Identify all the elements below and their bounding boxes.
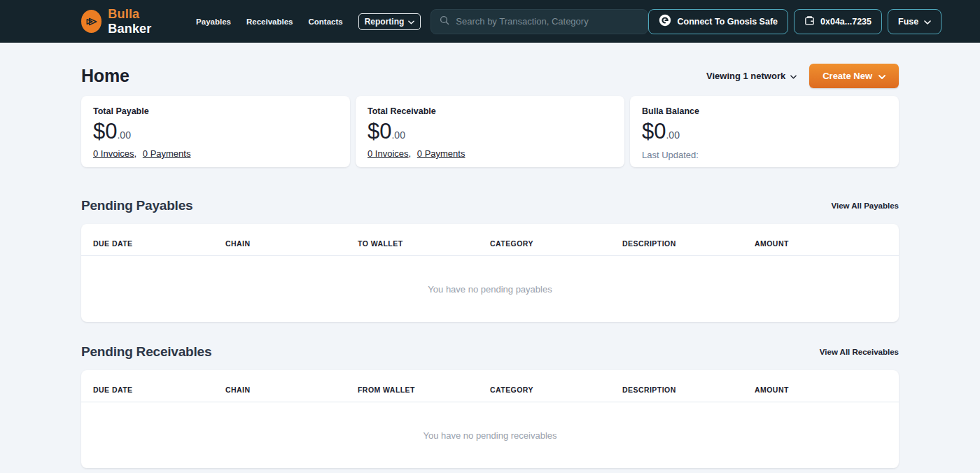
gnosis-safe-icon xyxy=(659,14,671,29)
stats-row: Total Payable $0.00 0 Invoices, 0 Paymen… xyxy=(81,96,899,167)
view-all-payables-link[interactable]: View All Payables xyxy=(831,202,899,210)
card-amount: $0.00 xyxy=(642,120,887,142)
column-header-due-date: DUE DATE xyxy=(93,239,225,248)
card-title: Bulla Balance xyxy=(642,106,887,116)
pending-payables-title: Pending Payables xyxy=(81,198,192,213)
wallet-address-label: 0x04a...7235 xyxy=(820,17,872,27)
receivable-payments-link[interactable]: 0 Payments xyxy=(417,148,465,159)
separator: , xyxy=(409,148,412,159)
network-filter-dropdown[interactable]: Viewing 1 network xyxy=(706,71,797,81)
payable-invoices-link[interactable]: 0 Invoices xyxy=(93,148,134,159)
payable-payments-link[interactable]: 0 Payments xyxy=(143,148,191,159)
wallet-icon xyxy=(804,15,815,28)
view-all-receivables-link[interactable]: View All Receivables xyxy=(820,348,899,356)
network-selector-button[interactable]: Fuse xyxy=(888,9,941,34)
receivables-table-header: DUE DATE CHAIN FROM WALLET CATEGORY DESC… xyxy=(81,370,899,402)
reporting-label: Reporting xyxy=(365,17,405,27)
chevron-down-icon xyxy=(790,71,797,81)
page-title: Home xyxy=(81,66,130,86)
connect-gnosis-label: Connect To Gnosis Safe xyxy=(677,17,778,27)
card-amount: $0.00 xyxy=(368,120,612,142)
chevron-down-icon xyxy=(878,71,886,81)
column-header-to-wallet: TO WALLET xyxy=(358,239,490,248)
pending-payables-section: Pending Payables View All Payables DUE D… xyxy=(81,198,899,322)
connect-gnosis-safe-button[interactable]: Connect To Gnosis Safe xyxy=(648,9,788,34)
receivable-invoices-link[interactable]: 0 Invoices xyxy=(368,148,409,159)
create-new-label: Create New xyxy=(822,71,872,81)
app-logo[interactable]: Bulla Banker xyxy=(81,7,178,36)
nav-item-receivables[interactable]: Receivables xyxy=(246,17,293,26)
separator: , xyxy=(134,148,137,159)
card-title: Total Receivable xyxy=(368,106,612,116)
nav-item-payables[interactable]: Payables xyxy=(196,17,231,26)
column-header-chain: CHAIN xyxy=(225,386,358,394)
nav-reporting-dropdown[interactable]: Reporting xyxy=(358,13,421,30)
payables-table-header: DUE DATE CHAIN TO WALLET CATEGORY DESCRI… xyxy=(81,224,899,256)
column-header-description: DESCRIPTION xyxy=(622,386,755,394)
column-header-from-wallet: FROM WALLET xyxy=(358,386,490,394)
main-content: Home Viewing 1 network Create New Total … xyxy=(81,43,899,468)
bulla-logo-icon xyxy=(81,10,102,33)
main-nav: Payables Receivables Contacts Reporting xyxy=(196,13,421,30)
card-title: Total Payable xyxy=(93,106,338,116)
total-payable-card: Total Payable $0.00 0 Invoices, 0 Paymen… xyxy=(81,96,350,167)
payables-table: DUE DATE CHAIN TO WALLET CATEGORY DESCRI… xyxy=(81,224,899,322)
wallet-address-button[interactable]: 0x04a...7235 xyxy=(794,9,882,34)
column-header-due-date: DUE DATE xyxy=(93,386,225,394)
search-box xyxy=(430,9,648,34)
search-input[interactable] xyxy=(456,16,639,27)
payables-empty-state: You have no pending payables xyxy=(81,256,899,322)
column-header-amount: AMOUNT xyxy=(755,386,887,394)
bulla-balance-card: Bulla Balance $0.00 Last Updated: xyxy=(630,96,899,167)
column-header-amount: AMOUNT xyxy=(755,239,887,248)
network-label: Fuse xyxy=(898,17,918,27)
chevron-down-icon xyxy=(408,17,414,27)
create-new-button[interactable]: Create New xyxy=(809,64,899,88)
search-icon xyxy=(440,15,449,28)
column-header-description: DESCRIPTION xyxy=(622,239,755,248)
chevron-down-icon xyxy=(924,17,931,27)
receivables-table: DUE DATE CHAIN FROM WALLET CATEGORY DESC… xyxy=(81,370,899,468)
card-amount: $0.00 xyxy=(93,120,338,142)
column-header-category: CATEGORY xyxy=(490,386,622,394)
total-receivable-card: Total Receivable $0.00 0 Invoices, 0 Pay… xyxy=(356,96,624,167)
last-updated-label: Last Updated: xyxy=(642,150,887,160)
nav-item-contacts[interactable]: Contacts xyxy=(308,17,342,26)
app-title: Bulla Banker xyxy=(108,7,178,36)
pending-receivables-section: Pending Receivables View All Receivables… xyxy=(81,344,899,468)
pending-receivables-title: Pending Receivables xyxy=(81,344,211,360)
top-navbar: Bulla Banker Payables Receivables Contac… xyxy=(0,0,980,43)
column-header-category: CATEGORY xyxy=(490,239,622,248)
receivables-empty-state: You have no pending receivables xyxy=(81,402,899,468)
column-header-chain: CHAIN xyxy=(225,239,358,248)
viewing-network-label: Viewing 1 network xyxy=(706,71,785,81)
